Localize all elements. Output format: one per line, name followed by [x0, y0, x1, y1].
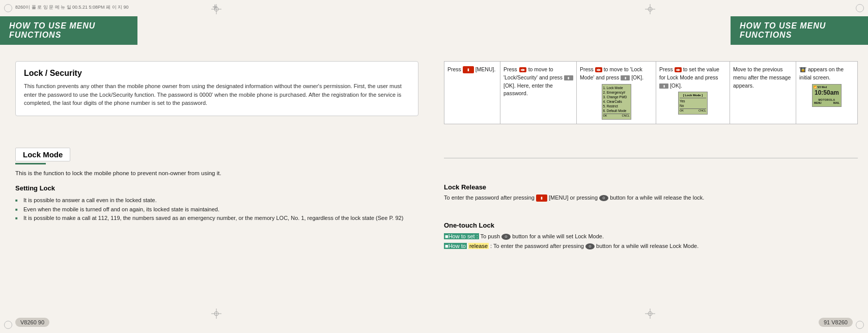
screen-title-4: [ Lock Mode ] [680, 93, 706, 98]
nav-button-icon-4: ◀▶ [675, 67, 682, 72]
nav-button-icon-3: ◀▶ [595, 67, 602, 72]
ok-label: OK [603, 114, 607, 118]
ok-label-4: OK [680, 109, 684, 113]
menu-label-moto: MENU [814, 101, 822, 105]
lock-mode-underline [15, 163, 46, 164]
instruction-table: Press ▮ [MENU]. Press ◀▶ to move to 'Loc… [444, 61, 858, 124]
crosshair-bottom-right [645, 309, 655, 320]
left-header-banner: HOW TO USE MENU FUNCTIONS [0, 16, 137, 45]
left-page: 8260이 폴 로 잉 문 메 뉴 일 00.5.21 5:08PM 페 이 지… [0, 0, 434, 333]
nav-button-icon: ◀▶ [519, 67, 526, 72]
hold-btn-set: ⊙ [501, 234, 511, 240]
cncl-label-4: CNCL [698, 109, 706, 113]
lock-security-title: Lock / Security [24, 69, 410, 78]
reg-mark-br [856, 321, 864, 329]
instr-col5-text: Move to the previous menu after the mess… [733, 66, 791, 89]
list-item: It is possible to make a call at 112, 11… [15, 214, 418, 223]
screen-line: 1. Lock Mode [603, 86, 630, 90]
screen-line: 4. ClearCalls [603, 99, 630, 104]
instr-col-3: Press ◀▶ to move to 'Lock Mode' and pres… [577, 62, 656, 124]
lock-icon: 🔒 [800, 67, 805, 72]
right-header-banner: HOW TO USE MENU FUNCTIONS [731, 16, 868, 45]
one-touch-lock-item-2: ■How to release : To enter the password … [444, 241, 858, 251]
lock-release-heading: Lock Release [444, 183, 858, 191]
right-page: HOW TO USE MENU FUNCTIONS Press ▮ [MENU]… [434, 0, 868, 333]
lock-security-desc: This function prevents any other than th… [24, 82, 410, 107]
screen-no: No [680, 103, 706, 108]
print-header: 8260이 폴 로 잉 문 메 뉴 일 00.5.21 5:08PM 페 이 지… [15, 4, 129, 11]
screen-line: 2. Emergency# [603, 90, 630, 95]
instr-col2-text: Press ◀▶ to move to 'Lock/Security' and … [503, 66, 573, 96]
menu-button-icon: ▮ [463, 66, 474, 73]
lock-security-box: Lock / Security This function prevents a… [15, 61, 418, 116]
ok-button-icon-2: ▮ [564, 75, 573, 80]
left-header-banner-container: HOW TO USE MENU FUNCTIONS [0, 16, 137, 45]
crosshair-bottom-center [211, 309, 221, 320]
screen-line: 3. Change PWD [603, 95, 630, 99]
motorola-screen: 📶 5/3 Wed 10:50am MOTOROLA MENU MAIL [812, 84, 842, 107]
lock-mode-screen: 1. Lock Mode 2. Emergency# 3. Change PWD… [602, 84, 631, 120]
instr-col-6: '🔒' appears on the initial screen. 📶 5/3… [796, 62, 857, 124]
lock-mode-desc: This is the function to lock the mobile … [15, 169, 418, 178]
lock-release-section: Lock Release To enter the password after… [444, 183, 858, 202]
page-number-left: V8260 90 [15, 318, 49, 327]
hold-btn-release-2: ⊙ [585, 243, 595, 249]
one-touch-lock-item-1: ■How to set : To push ⊙ button for a whi… [444, 232, 858, 241]
instr-col-4: Press ◀▶ to set the value for Lock Mode … [656, 62, 730, 124]
mail-label-moto: MAIL [833, 101, 839, 105]
how-to-release-label: ■How to [444, 243, 467, 249]
reg-mark-tr [856, 4, 864, 12]
screen-yes: Yes [680, 99, 706, 103]
crosshair-top-right [645, 4, 655, 16]
cncl-label: CNCL [622, 114, 630, 118]
crosshair-top-center [211, 4, 221, 14]
screen-bottom-bar-4: OK CNCL [680, 108, 706, 113]
right-header-banner-container: HOW TO USE MENU FUNCTIONS [731, 16, 868, 45]
screen-status-date: 📶 5/3 Wed [814, 86, 827, 90]
lock-release-text: To enter the password after pressing ▮ [… [444, 193, 858, 202]
setting-lock-section: Setting Lock It is possible to answer a … [15, 184, 418, 223]
instr-col6-text: '🔒' appears on the initial screen. [799, 66, 844, 80]
reg-mark-tl [4, 4, 12, 12]
divider-line [444, 158, 858, 158]
screen-bottom-bar-moto: MENU MAIL [813, 101, 841, 105]
screen-time: 10:50am [815, 88, 839, 97]
page-number-right: 91 V8260 [819, 318, 853, 327]
lock-mode-heading-container: Lock Mode [15, 148, 70, 164]
list-item: It is possible to answer a call even in … [15, 196, 418, 205]
setting-lock-list: It is possible to answer a call even in … [15, 196, 418, 223]
how-to-set-label: ■How to set : [444, 233, 479, 239]
instr-col3-text: Press ◀▶ to move to 'Lock Mode' and pres… [580, 66, 643, 80]
instr-col-2: Press ◀▶ to move to 'Lock/Security' and … [500, 62, 577, 124]
one-touch-lock-heading: One-touch Lock [444, 221, 858, 229]
instr-col4-text: Press ◀▶ to set the value for Lock Mode … [659, 66, 719, 89]
lock-mode-value-screen: [ Lock Mode ] Yes No OK CNCL [678, 92, 708, 114]
hold-btn-release: ⊙ [599, 195, 608, 201]
menu-btn-release: ▮ [536, 195, 547, 202]
reg-mark-bl [4, 321, 12, 329]
lock-mode-heading: Lock Mode [15, 148, 70, 161]
one-touch-lock-section: One-touch Lock ■How to set : To push ⊙ b… [444, 221, 858, 251]
ok-button-icon-3: ▮ [621, 75, 630, 80]
screen-line: 5. Restrict [603, 104, 630, 108]
screen-bottom-bar-3: OK CNCL [603, 114, 630, 118]
screen-line: 6. Default Mode [603, 108, 630, 113]
ok-button-icon-4: ▮ [659, 84, 668, 89]
instr-col1-text: Press ▮ [MENU]. [447, 66, 495, 72]
setting-lock-heading: Setting Lock [15, 184, 418, 192]
list-item: Even when the mobile is turned off and o… [15, 205, 418, 214]
instr-col-5: Move to the previous menu after the mess… [730, 62, 796, 124]
release-highlight: release [468, 243, 489, 249]
instr-col-1: Press ▮ [MENU]. [444, 62, 500, 124]
